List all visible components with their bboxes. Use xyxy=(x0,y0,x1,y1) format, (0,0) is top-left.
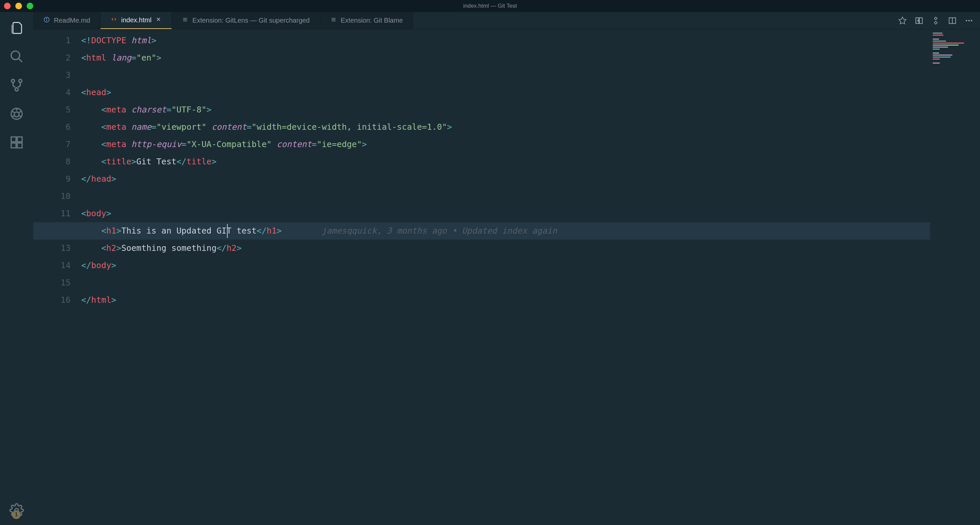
tab-label: ReadMe.md xyxy=(54,17,90,24)
minimap-line xyxy=(933,35,943,36)
minimap-line xyxy=(933,52,939,54)
line-number: 2 xyxy=(33,49,71,67)
tab-readme-md[interactable]: ReadMe.md xyxy=(33,12,100,29)
close-window-button[interactable] xyxy=(4,3,11,10)
line-number: 4 xyxy=(33,84,71,101)
tab-label: index.html xyxy=(121,16,151,24)
code-area[interactable]: <!DOCTYPE html><html lang="en"><head> <m… xyxy=(80,29,930,525)
minimap-line xyxy=(933,43,964,44)
debug-icon[interactable] xyxy=(9,106,24,122)
line-number: 9 xyxy=(33,170,71,188)
minimap-line xyxy=(933,59,940,60)
editor[interactable]: 12345678910111213141516 <!DOCTYPE html><… xyxy=(33,29,980,525)
more-icon[interactable] xyxy=(965,16,973,25)
tab-label: Extension: Git Blame xyxy=(341,17,403,24)
code-line[interactable]: <h2>Soemthing something</h2> xyxy=(80,240,930,257)
code-line[interactable]: <!DOCTYPE html> xyxy=(80,32,930,49)
text-cursor xyxy=(227,224,228,238)
titlebar: index.html — Git Test xyxy=(0,0,980,12)
minimap-line xyxy=(933,55,952,56)
minimap-line xyxy=(933,39,939,40)
code-icon xyxy=(110,16,117,24)
line-number: 5 xyxy=(33,101,71,119)
gitlens-toggle-icon[interactable] xyxy=(898,16,907,25)
minimap-line xyxy=(933,49,940,49)
svg-point-33 xyxy=(968,20,970,21)
svg-point-0 xyxy=(11,51,20,60)
tab-actions xyxy=(891,12,980,29)
line-number: 11 xyxy=(33,205,71,222)
minimap[interactable] xyxy=(930,29,980,525)
code-line[interactable] xyxy=(80,274,930,292)
minimap-line xyxy=(933,44,959,46)
tab-index-html[interactable]: index.html xyxy=(100,12,172,29)
code-line[interactable]: </html> xyxy=(80,292,930,309)
svg-point-2 xyxy=(11,79,14,82)
svg-point-19 xyxy=(46,18,47,19)
code-line[interactable]: <meta http-equiv="X-UA-Compatible" conte… xyxy=(80,136,930,153)
svg-rect-29 xyxy=(920,17,923,23)
line-number: 13 xyxy=(33,240,71,257)
settings-icon[interactable]: 1 xyxy=(9,503,24,519)
search-icon[interactable] xyxy=(9,49,24,65)
line-number: 14 xyxy=(33,257,71,274)
line-number: 8 xyxy=(33,153,71,170)
code-line[interactable] xyxy=(80,67,930,84)
tab-extension-git-blame[interactable]: Extension: Git Blame xyxy=(320,12,414,29)
settings-badge: 1 xyxy=(12,510,21,519)
svg-point-3 xyxy=(19,79,22,82)
gitlens-icon[interactable] xyxy=(931,16,940,25)
code-line[interactable]: </body> xyxy=(80,257,930,274)
svg-rect-14 xyxy=(18,143,22,148)
svg-rect-12 xyxy=(11,137,16,142)
extensions-icon[interactable] xyxy=(9,135,24,151)
info-icon xyxy=(43,16,50,25)
line-number: 6 xyxy=(33,119,71,136)
line-number: 15 xyxy=(33,274,71,292)
minimap-line xyxy=(933,57,951,57)
code-line[interactable]: <title>Git Test</title> xyxy=(80,153,930,170)
code-line[interactable]: <h1>This is an Updated GIT test</h1>jame… xyxy=(80,222,930,240)
code-line[interactable]: <meta name="viewport" content="width=dev… xyxy=(80,119,930,136)
tab-bar: ReadMe.mdindex.htmlExtension: GitLens — … xyxy=(33,12,980,29)
minimap-line xyxy=(933,63,940,63)
svg-rect-13 xyxy=(11,143,16,148)
list-icon xyxy=(182,16,188,25)
minimap-line xyxy=(933,33,942,33)
code-line[interactable]: </head> xyxy=(80,170,930,188)
line-number: 16 xyxy=(33,292,71,309)
code-line[interactable]: <body> xyxy=(80,205,930,222)
zoom-window-button[interactable] xyxy=(27,3,33,10)
line-number: 3 xyxy=(33,67,71,84)
list-icon xyxy=(330,16,337,25)
code-line[interactable]: <html lang="en"> xyxy=(80,49,930,67)
activity-bar: 1 xyxy=(0,12,33,525)
compare-icon[interactable] xyxy=(915,16,923,25)
split-editor-icon[interactable] xyxy=(948,16,957,25)
line-number-gutter: 12345678910111213141516 xyxy=(33,29,80,525)
tab-label: Extension: GitLens — Git supercharged xyxy=(192,17,310,24)
close-tab-icon[interactable] xyxy=(156,16,161,24)
svg-line-1 xyxy=(19,59,22,62)
source-control-icon[interactable] xyxy=(9,78,24,94)
minimize-window-button[interactable] xyxy=(15,3,22,10)
code-line[interactable] xyxy=(80,188,930,205)
code-line[interactable]: <head> xyxy=(80,84,930,101)
tab-extension-gitlens-git-supercharged[interactable]: Extension: GitLens — Git supercharged xyxy=(172,12,320,29)
window-controls xyxy=(4,3,33,10)
code-line[interactable]: <meta charset="UTF-8"> xyxy=(80,101,930,119)
svg-point-34 xyxy=(971,20,972,21)
window-title: index.html — Git Test xyxy=(463,3,517,10)
git-blame-annotation: jamesqquick, 3 months ago • Updated inde… xyxy=(321,226,557,236)
minimap-line xyxy=(933,47,948,48)
svg-point-6 xyxy=(14,112,19,117)
svg-line-9 xyxy=(19,111,21,113)
svg-point-32 xyxy=(966,20,967,21)
minimap-line xyxy=(933,41,946,41)
line-number: 10 xyxy=(33,188,71,205)
svg-point-4 xyxy=(15,88,18,91)
line-number: 1 xyxy=(33,32,71,49)
explorer-icon[interactable] xyxy=(9,21,24,36)
svg-line-8 xyxy=(12,111,14,113)
line-number: 7 xyxy=(33,136,71,153)
